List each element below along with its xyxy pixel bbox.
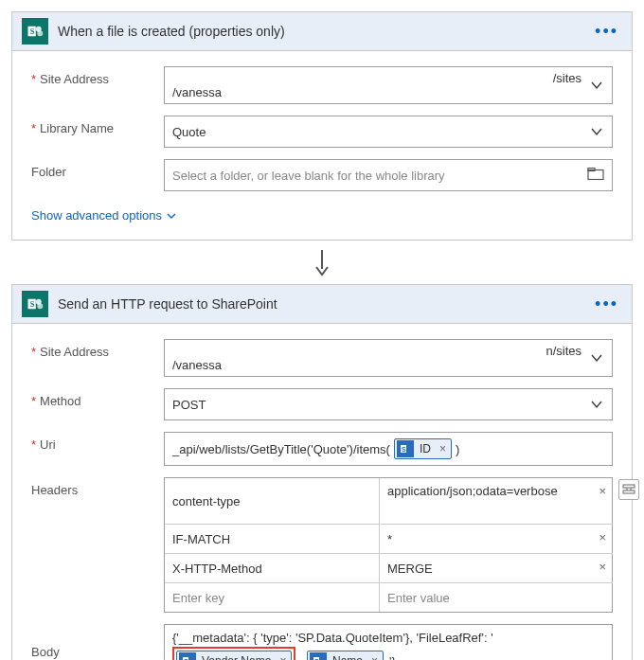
card-header: S Send an HTTP request to SharePoint •••	[12, 285, 632, 324]
show-advanced-options-link[interactable]: Show advanced options	[31, 208, 177, 223]
header-row: X-HTTP-Method MERGE ×	[165, 554, 613, 583]
chevron-down-icon	[166, 210, 177, 222]
token-remove-icon[interactable]: ×	[277, 654, 289, 660]
svg-rect-14	[623, 491, 635, 493]
token-name[interactable]: S Name ×	[307, 651, 384, 660]
svg-rect-13	[623, 485, 635, 488]
remove-row-icon[interactable]: ×	[599, 560, 606, 574]
uri-suffix: )	[456, 442, 459, 456]
body-suffix: '}	[389, 654, 396, 661]
header-key-input[interactable]: IF-MATCH	[165, 525, 380, 553]
flow-arrow-icon	[11, 241, 633, 284]
chevron-down-icon	[589, 124, 604, 139]
folder-placeholder: Select a folder, or leave blank for the …	[172, 169, 445, 183]
site-address-line1: n/sites	[172, 344, 581, 358]
chevron-down-icon	[589, 78, 604, 93]
remove-row-icon[interactable]: ×	[599, 530, 606, 544]
token-vendor-name[interactable]: S Vendor Name ×	[176, 651, 292, 660]
site-address-dropdown[interactable]: /sites /vanessa	[164, 66, 613, 104]
library-name-dropdown[interactable]: Quote	[164, 116, 613, 148]
svg-point-10	[37, 303, 43, 309]
header-value-input[interactable]: MERGE ×	[380, 554, 613, 582]
header-row: content-type application/json;odata=verb…	[165, 478, 613, 525]
action-card: S Send an HTTP request to SharePoint •••…	[11, 284, 633, 660]
site-address-line2: /vanessa	[172, 85, 581, 99]
chevron-down-icon	[589, 397, 604, 412]
header-key-input[interactable]: content-type	[165, 478, 380, 524]
header-value-input[interactable]: application/json;odata=verbose ×	[380, 478, 613, 524]
library-name-label: Library Name	[31, 116, 164, 135]
folder-input[interactable]: Select a folder, or leave blank for the …	[164, 159, 613, 191]
trigger-card: S When a file is created (properties onl…	[11, 11, 633, 241]
token-id[interactable]: S ID ×	[394, 438, 452, 459]
header-key-input[interactable]: X-HTTP-Method	[165, 554, 380, 582]
svg-text:S: S	[30, 300, 35, 309]
library-name-value: Quote	[172, 125, 206, 139]
card-header: S When a file is created (properties onl…	[12, 12, 632, 51]
header-key-input[interactable]: Enter key	[165, 583, 380, 612]
header-row-new: Enter key Enter value	[165, 583, 613, 612]
sharepoint-token-icon: S	[179, 652, 196, 660]
body-label: Body	[31, 624, 164, 659]
method-dropdown[interactable]: POST	[164, 388, 613, 420]
card-menu-button[interactable]: •••	[591, 22, 622, 42]
header-value-input[interactable]: Enter value	[380, 583, 613, 612]
headers-label: Headers	[31, 477, 164, 497]
site-address-label: Site Address	[31, 66, 164, 86]
remove-row-icon[interactable]: ×	[599, 484, 606, 498]
sharepoint-icon: S	[22, 18, 48, 45]
chevron-down-icon	[589, 350, 604, 366]
card-title: Send an HTTP request to SharePoint	[58, 296, 581, 312]
switch-to-text-mode-button[interactable]	[618, 479, 639, 500]
uri-input[interactable]: _api/web/lists/GetByTitle('Quote')/items…	[164, 432, 613, 466]
method-value: POST	[172, 398, 206, 412]
header-value-input[interactable]: * ×	[380, 525, 613, 553]
svg-text:S: S	[402, 446, 406, 453]
token-remove-icon[interactable]: ×	[368, 654, 381, 660]
card-menu-button[interactable]: •••	[591, 294, 622, 314]
highlighted-token-area: S Vendor Name ×	[172, 647, 295, 660]
uri-prefix: _api/web/lists/GetByTitle('Quote')/items…	[172, 442, 390, 456]
site-address-dropdown[interactable]: n/sites /vanessa	[164, 339, 613, 377]
site-address-line2: /vanessa	[172, 358, 581, 372]
body-prefix: {'__metadata': { 'type': 'SP.Data.QuoteI…	[172, 631, 604, 645]
site-address-line1: /sites	[172, 71, 581, 85]
sharepoint-token-icon: S	[397, 440, 414, 457]
sharepoint-icon: S	[22, 291, 48, 317]
token-remove-icon[interactable]: ×	[437, 442, 449, 455]
header-row: IF-MATCH * ×	[165, 525, 613, 554]
body-mid: .	[297, 654, 301, 661]
svg-point-3	[37, 30, 43, 36]
svg-text:S: S	[30, 27, 35, 36]
uri-label: Uri	[31, 432, 164, 452]
sharepoint-token-icon: S	[310, 652, 327, 660]
headers-table: content-type application/json;odata=verb…	[164, 477, 613, 613]
card-title: When a file is created (properties only)	[58, 24, 581, 39]
card-body: Site Address n/sites /vanessa Method POS…	[12, 324, 632, 660]
body-input[interactable]: {'__metadata': { 'type': 'SP.Data.QuoteI…	[164, 624, 613, 660]
site-address-label: Site Address	[31, 339, 164, 359]
method-label: Method	[31, 388, 164, 408]
folder-picker-icon[interactable]	[587, 168, 604, 184]
folder-label: Folder	[31, 159, 164, 179]
card-body: Site Address /sites /vanessa Library Nam…	[12, 51, 632, 240]
